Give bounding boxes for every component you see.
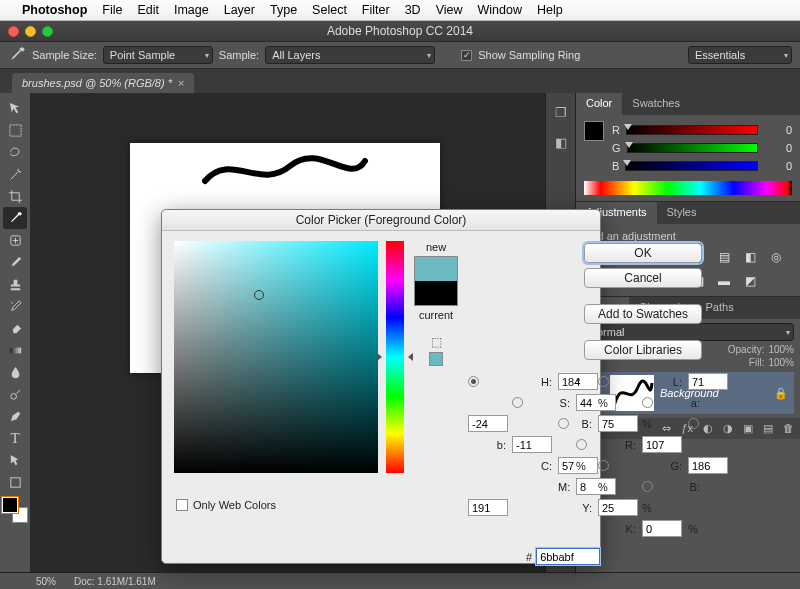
color-libraries-button[interactable]: Color Libraries [584,340,702,360]
radio-s[interactable] [512,397,523,408]
sample-select[interactable]: All Layers [265,46,435,64]
adj-hue-icon[interactable]: ▤ [714,248,734,266]
mask-icon[interactable]: ◐ [703,422,713,435]
blur-tool-icon[interactable] [3,361,27,383]
close-tab-icon[interactable]: × [178,77,184,89]
sample-size-select[interactable]: Point Sample [103,46,213,64]
zoom-level[interactable]: 50% [36,576,56,587]
document-tab[interactable]: brushes.psd @ 50% (RGB/8) * × [12,73,194,93]
show-sampling-ring-checkbox[interactable]: ✓ [461,50,472,61]
eyedropper-tool-icon[interactable] [3,207,27,229]
spectrum-bar[interactable] [584,181,792,195]
only-web-colors-checkbox[interactable] [176,499,188,511]
menu-3d[interactable]: 3D [405,3,421,17]
opacity-value[interactable]: 100% [768,344,794,355]
move-tool-icon[interactable] [3,97,27,119]
radio-r[interactable] [576,439,587,450]
window-close-icon[interactable] [8,26,19,37]
color-swatches[interactable] [2,497,28,523]
fill-label: Fill: [749,357,765,368]
history-brush-tool-icon[interactable] [3,295,27,317]
radio-a[interactable] [642,397,653,408]
color-field[interactable] [174,241,378,473]
r-label: R [612,124,620,136]
type-tool-icon[interactable]: T [3,427,27,449]
menu-filter[interactable]: Filter [362,3,390,17]
adjustment-layer-icon[interactable]: ◑ [723,422,733,435]
stamp-tool-icon[interactable] [3,273,27,295]
menu-image[interactable]: Image [174,3,209,17]
trash-icon[interactable]: 🗑 [783,422,794,435]
menu-view[interactable]: View [436,3,463,17]
lock-icon[interactable]: 🔒 [774,387,788,400]
input-y[interactable] [598,499,638,516]
radio-b[interactable] [558,418,569,429]
tab-styles[interactable]: Styles [657,202,707,224]
radio-l[interactable] [598,376,609,387]
ok-button[interactable]: OK [584,243,702,263]
g-label: G [612,142,621,154]
window-zoom-icon[interactable] [42,26,53,37]
radio-lab-b[interactable] [688,418,699,429]
web-safe-swatch[interactable] [429,352,443,366]
label-lab-b: b: [468,439,508,451]
menu-window[interactable]: Window [478,3,522,17]
shape-tool-icon[interactable] [3,471,27,493]
b-slider[interactable] [625,161,758,171]
eraser-tool-icon[interactable] [3,317,27,339]
input-b[interactable] [598,415,638,432]
window-minimize-icon[interactable] [25,26,36,37]
pen-tool-icon[interactable] [3,405,27,427]
menu-edit[interactable]: Edit [137,3,159,17]
workspace-select[interactable]: Essentials [688,46,792,64]
r-slider[interactable] [626,125,758,135]
wand-tool-icon[interactable] [3,163,27,185]
g-slider[interactable] [627,143,758,153]
tab-swatches[interactable]: Swatches [622,93,690,115]
history-panel-icon[interactable]: ❐ [549,100,573,124]
input-bb[interactable] [468,499,508,516]
foreground-color-swatch[interactable] [2,497,18,513]
group-icon[interactable]: ▣ [743,422,753,435]
fill-value[interactable]: 100% [768,357,794,368]
input-lab-b[interactable] [512,436,552,453]
brush-tool-icon[interactable] [3,251,27,273]
lasso-tool-icon[interactable] [3,141,27,163]
hue-slider[interactable] [386,241,404,473]
tab-paths[interactable]: Paths [696,297,744,319]
input-hex[interactable] [536,548,600,565]
menu-file[interactable]: File [102,3,122,17]
radio-h[interactable] [468,376,479,387]
menu-layer[interactable]: Layer [224,3,255,17]
cancel-button[interactable]: Cancel [584,268,702,288]
color-field-marker[interactable] [254,290,264,300]
color-panel-swatch[interactable] [584,121,604,141]
input-g[interactable] [688,457,728,474]
path-select-tool-icon[interactable] [3,449,27,471]
dodge-tool-icon[interactable] [3,383,27,405]
input-r[interactable] [642,436,682,453]
menu-appname[interactable]: Photoshop [22,3,87,17]
input-a[interactable] [468,415,508,432]
menu-select[interactable]: Select [312,3,347,17]
menu-type[interactable]: Type [270,3,297,17]
adj-bw-icon[interactable]: ◧ [740,248,760,266]
adj-selective-icon[interactable]: ◩ [740,272,760,290]
input-k[interactable] [642,520,682,537]
marquee-tool-icon[interactable] [3,119,27,141]
healing-tool-icon[interactable] [3,229,27,251]
properties-panel-icon[interactable]: ◧ [549,130,573,154]
radio-bb[interactable] [642,481,653,492]
gradient-tool-icon[interactable] [3,339,27,361]
adj-gradmap-icon[interactable]: ▬ [714,272,734,290]
color-picker-dialog: Color Picker (Foreground Color) new curr… [161,209,601,564]
web-safe-icon[interactable]: ⬚ [431,335,442,349]
add-to-swatches-button[interactable]: Add to Swatches [584,304,702,324]
tab-color[interactable]: Color [576,93,622,115]
input-l[interactable] [688,373,728,390]
radio-g[interactable] [598,460,609,471]
crop-tool-icon[interactable] [3,185,27,207]
menu-help[interactable]: Help [537,3,563,17]
adj-photofilter-icon[interactable]: ◎ [766,248,786,266]
new-layer-icon[interactable]: ▤ [763,422,773,435]
